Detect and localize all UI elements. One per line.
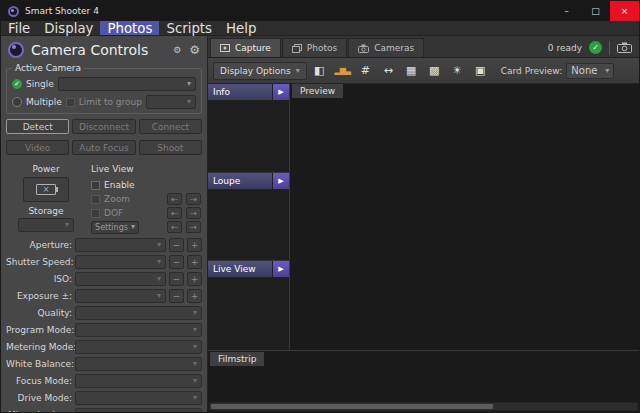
- aperture-increment-button[interactable]: +: [187, 238, 202, 252]
- live-view-panel-body: [208, 278, 289, 350]
- metering-mode-select[interactable]: [75, 340, 202, 354]
- mirror-lockup-select[interactable]: [75, 408, 202, 412]
- filmstrip-scrollbar[interactable]: [209, 402, 638, 411]
- menu-file[interactable]: File: [1, 21, 37, 35]
- single-camera-row: ✓ Single: [12, 77, 196, 91]
- aperture-decrement-button[interactable]: −: [169, 238, 184, 252]
- connection-buttons-row: Detect Disconnect Connect: [6, 119, 202, 134]
- gear-icon[interactable]: ⚙: [189, 43, 200, 57]
- shutter-speed-decrement-button[interactable]: −: [169, 255, 184, 269]
- shutter-speed-increment-button[interactable]: +: [187, 255, 202, 269]
- cameras-tab-icon: [358, 44, 369, 53]
- display-options-button[interactable]: Display Options: [213, 62, 307, 80]
- video-button[interactable]: Video: [6, 140, 69, 155]
- tab-cameras-label: Cameras: [374, 43, 414, 53]
- card-preview-group: Card Preview: None: [501, 63, 615, 79]
- zoom-row: Zoom ← →: [91, 193, 201, 205]
- aperture-select[interactable]: [75, 238, 166, 252]
- program-mode-select[interactable]: [75, 323, 202, 337]
- contrast-icon[interactable]: ◧: [309, 61, 330, 80]
- app-logo-icon: [8, 6, 19, 17]
- loupe-section: Loupe ▶: [208, 173, 289, 262]
- zoom-right-button[interactable]: →: [186, 193, 201, 205]
- fit-width-icon[interactable]: ↔: [378, 61, 399, 80]
- shoot-button[interactable]: Shoot: [139, 140, 202, 155]
- menu-photos[interactable]: Photos: [100, 21, 159, 35]
- settings-button[interactable]: Settings: [91, 221, 139, 234]
- chevron-down-icon: [193, 411, 197, 412]
- chevron-down-icon: [157, 275, 161, 283]
- exposure-increment-button[interactable]: +: [187, 289, 202, 303]
- zoom-checkbox[interactable]: [91, 195, 100, 204]
- limit-to-group-checkbox[interactable]: [66, 98, 75, 107]
- drive-mode-select[interactable]: [75, 391, 202, 405]
- storage-select[interactable]: [18, 218, 74, 232]
- camera-lens-icon: [8, 42, 24, 58]
- filmstrip-body: [208, 367, 639, 402]
- dof-right-button[interactable]: →: [186, 207, 201, 219]
- iso-increment-button[interactable]: +: [187, 272, 202, 286]
- checker-icon[interactable]: ▩: [424, 61, 445, 80]
- info-play-button[interactable]: ▶: [273, 84, 289, 100]
- menu-help[interactable]: Help: [219, 21, 263, 35]
- exposure-decrement-button[interactable]: −: [169, 289, 184, 303]
- scrollbar-thumb[interactable]: [211, 404, 493, 409]
- thumbnail-grid-icon[interactable]: ▦: [401, 61, 422, 80]
- quality-row: Quality:: [6, 306, 202, 320]
- tab-capture[interactable]: Capture: [210, 38, 281, 57]
- info-header: Info ▶: [208, 84, 289, 100]
- capture-main: Info ▶ Loupe ▶: [208, 84, 639, 412]
- white-balance-select[interactable]: [75, 357, 202, 371]
- multiple-radio[interactable]: [12, 97, 22, 107]
- gear-small-icon[interactable]: ⚙: [173, 45, 181, 55]
- close-button[interactable]: ×: [610, 1, 639, 21]
- card-preview-select[interactable]: None: [566, 63, 614, 79]
- single-radio[interactable]: ✓: [12, 79, 22, 89]
- exposure-select[interactable]: [75, 289, 166, 303]
- title-bar: Smart Shooter 4 – □ ×: [1, 1, 639, 21]
- shutter-speed-label: Shutter Speed:: [6, 257, 72, 267]
- filmstrip-panel: Filmstrip: [208, 350, 639, 412]
- active-camera-group: Active Camera ✓ Single Multiple Limit to…: [6, 68, 202, 114]
- zoom-left-button[interactable]: ←: [167, 193, 182, 205]
- focus-frame-icon[interactable]: ▣: [470, 61, 491, 80]
- loupe-panel-title[interactable]: Loupe: [208, 173, 272, 189]
- settings-left-button[interactable]: ←: [167, 221, 182, 233]
- enable-checkbox[interactable]: [91, 181, 100, 190]
- ready-count: 0 ready: [548, 43, 582, 53]
- focus-mode-select[interactable]: [75, 374, 202, 388]
- group-select[interactable]: [146, 95, 196, 109]
- brightness-icon[interactable]: ☀: [447, 61, 468, 80]
- shutter-speed-select[interactable]: [75, 255, 166, 269]
- detect-button[interactable]: Detect: [6, 119, 69, 134]
- dof-checkbox[interactable]: [91, 209, 100, 218]
- settings-right-button[interactable]: →: [186, 221, 201, 233]
- maximize-button[interactable]: □: [581, 1, 610, 21]
- iso-decrement-button[interactable]: −: [169, 272, 184, 286]
- tool-column: Info ▶ Loupe ▶: [208, 84, 290, 350]
- live-view-play-button[interactable]: ▶: [273, 261, 289, 277]
- preview-panel: Preview: [290, 84, 639, 350]
- histogram-icon[interactable]: ▂▆▃: [332, 61, 353, 80]
- single-camera-select[interactable]: [58, 77, 196, 91]
- menu-scripts[interactable]: Scripts: [159, 21, 219, 35]
- dof-left-button[interactable]: ←: [167, 207, 182, 219]
- loupe-play-button[interactable]: ▶: [273, 173, 289, 189]
- multiple-camera-row: Multiple Limit to group: [12, 95, 196, 109]
- app-window: Smart Shooter 4 – □ × File Display Photo…: [0, 0, 640, 413]
- disconnect-button[interactable]: Disconnect: [72, 119, 135, 134]
- info-panel-title[interactable]: Info: [208, 84, 272, 100]
- minimize-button[interactable]: –: [552, 1, 581, 21]
- menu-display[interactable]: Display: [37, 21, 100, 35]
- camera-capture-button[interactable]: [617, 42, 632, 53]
- quality-select[interactable]: [75, 306, 202, 320]
- tab-cameras[interactable]: Cameras: [348, 38, 424, 57]
- info-panel-body: [208, 101, 289, 173]
- live-view-panel-title[interactable]: Live View: [208, 261, 272, 277]
- auto-focus-button[interactable]: Auto Focus: [72, 140, 135, 155]
- iso-select[interactable]: [75, 272, 166, 286]
- photos-tab-icon: [292, 44, 302, 53]
- grid-overlay-icon[interactable]: #: [355, 61, 376, 80]
- tab-photos[interactable]: Photos: [282, 38, 347, 57]
- connect-button[interactable]: Connect: [139, 119, 202, 134]
